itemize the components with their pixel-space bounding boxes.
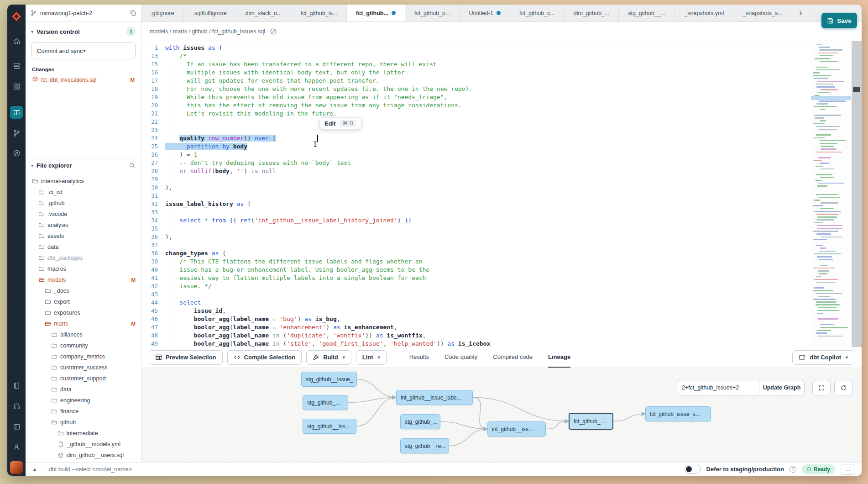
panel-tab-results[interactable]: Results bbox=[409, 347, 429, 368]
file-actions-icon[interactable] bbox=[270, 28, 277, 35]
build-button[interactable]: Build▾ bbox=[306, 350, 351, 365]
ide-icon[interactable] bbox=[10, 106, 23, 119]
lineage-node[interactable]: int_github__issue_labe... bbox=[396, 390, 473, 405]
headset-icon[interactable] bbox=[10, 400, 23, 412]
search-icon[interactable] bbox=[129, 162, 136, 169]
file-tree-item[interactable]: _github__models.yml bbox=[26, 439, 141, 450]
chevron-down-icon[interactable]: ▾ bbox=[31, 163, 33, 168]
warehouse-icon[interactable] bbox=[10, 59, 23, 72]
fullscreen-button[interactable] bbox=[812, 380, 831, 395]
panel-tab-code-quality[interactable]: Code quality bbox=[444, 347, 477, 368]
code-line: 42 issue. */ bbox=[141, 282, 805, 290]
file-tree-item[interactable]: data bbox=[26, 242, 141, 253]
lineage-node-selected[interactable]: fct_github_... bbox=[569, 413, 613, 430]
editor-tab[interactable]: _snapshots_s... bbox=[733, 5, 792, 21]
file-tree-item[interactable]: engineering bbox=[26, 395, 141, 406]
folder-icon bbox=[38, 266, 45, 272]
minimap-line bbox=[816, 301, 837, 303]
commit-and-sync-button[interactable]: Commit and sync ▾ bbox=[31, 42, 136, 59]
file-tree-item[interactable]: modelsM bbox=[26, 274, 141, 285]
file-tree-item[interactable]: export bbox=[26, 296, 141, 307]
file-tree-item[interactable]: intermediate bbox=[26, 428, 141, 439]
more-options-button[interactable]: … bbox=[841, 464, 855, 475]
lint-button[interactable]: Lint▾ bbox=[356, 350, 387, 365]
chevron-down-icon: ▾ bbox=[378, 355, 380, 360]
file-tree-item[interactable]: community bbox=[26, 340, 141, 351]
panel-tab-lineage[interactable]: Lineage bbox=[548, 347, 570, 368]
editor-tab[interactable]: .gitignore bbox=[141, 5, 183, 21]
user-icon[interactable] bbox=[10, 440, 23, 453]
editor-tab[interactable]: fct_github_is... bbox=[291, 5, 347, 21]
file-tree-item[interactable]: .ci_cd bbox=[26, 187, 141, 198]
editor-scrollbar[interactable] bbox=[852, 41, 862, 347]
file-tree-item[interactable]: alliances bbox=[26, 329, 141, 340]
code-editor[interactable]: 1with issues as (13 /*15 If an issue has… bbox=[141, 41, 862, 347]
line-number: 40 bbox=[141, 266, 165, 274]
file-tree-item[interactable]: data bbox=[26, 384, 141, 395]
scrollbar-thumb[interactable] bbox=[853, 87, 860, 92]
lineage-node[interactable]: stg_github__issue_... bbox=[301, 372, 357, 387]
panel-tab-compiled-code[interactable]: Compiled code bbox=[493, 347, 533, 368]
editor-tab[interactable]: .sqlfluffignore bbox=[183, 5, 236, 21]
apps-icon[interactable] bbox=[10, 80, 23, 93]
file-tree-item[interactable]: assets bbox=[26, 231, 141, 242]
refresh-graph-button[interactable] bbox=[834, 380, 852, 395]
update-graph-button[interactable]: Update Graph bbox=[759, 380, 805, 395]
layout-icon[interactable] bbox=[10, 420, 23, 433]
expand-command-chevron[interactable]: ▲ bbox=[32, 466, 37, 473]
editor-tab[interactable]: Untitled-1 bbox=[460, 5, 510, 21]
lineage-node[interactable]: stg_github__re... bbox=[400, 438, 449, 453]
lineage-node[interactable]: int_github__iss... bbox=[487, 421, 546, 437]
minimap-line bbox=[816, 126, 840, 127]
file-tree-item[interactable]: dbt_packages bbox=[26, 253, 141, 263]
help-icon[interactable]: ? bbox=[790, 466, 796, 473]
file-tree-item[interactable]: company_metrics bbox=[26, 351, 141, 362]
file-tree-item[interactable]: github bbox=[26, 417, 141, 428]
unsaved-dot-icon bbox=[497, 11, 501, 15]
notebook-icon[interactable] bbox=[10, 379, 23, 392]
dbt-copilot-button[interactable]: dbt Copilot▾ bbox=[792, 350, 854, 365]
file-tree-item[interactable]: finance bbox=[26, 406, 141, 417]
file-tree-item[interactable]: macros bbox=[26, 263, 141, 274]
file-tree-item[interactable]: .github bbox=[26, 198, 141, 209]
dbt-command-input[interactable]: dbt build --select <model_name> bbox=[49, 466, 679, 473]
lineage-selector-input[interactable] bbox=[677, 380, 759, 395]
editor-tab[interactable]: dim_slack_u... bbox=[236, 5, 292, 21]
lineage-node[interactable]: stg_github__iss... bbox=[303, 419, 356, 434]
editor-tab[interactable]: dim_github_... bbox=[565, 5, 619, 21]
file-tree-item[interactable]: _docs bbox=[26, 285, 141, 296]
lineage-node[interactable]: stg_github_... bbox=[303, 395, 348, 410]
editor-tab[interactable]: _snapshots.yml bbox=[675, 5, 733, 21]
file-tree-item[interactable]: analysis bbox=[26, 220, 141, 231]
lineage-node[interactable]: fct_github_issue_s... bbox=[645, 406, 711, 421]
chevron-down-icon[interactable]: ▾ bbox=[31, 29, 33, 34]
file-tree-item[interactable]: .vscode bbox=[26, 209, 141, 220]
branch-icon[interactable] bbox=[10, 126, 23, 139]
editor-minimap[interactable] bbox=[811, 41, 851, 347]
save-button[interactable]: Save bbox=[821, 13, 857, 28]
preview-selection-button[interactable]: Preview Selection bbox=[149, 350, 223, 365]
editor-tab[interactable]: fct_github... bbox=[347, 5, 405, 21]
changes-count-badge: 1 bbox=[126, 27, 136, 36]
file-tree-item[interactable]: exposures bbox=[26, 307, 141, 318]
editor-tab[interactable]: fct_github_p... bbox=[405, 5, 460, 21]
editor-tab[interactable]: stg_github__... bbox=[619, 5, 675, 21]
avatar[interactable] bbox=[10, 461, 23, 474]
new-tab-button[interactable]: + bbox=[792, 5, 810, 21]
lineage-node[interactable]: stg_github_... bbox=[400, 414, 440, 429]
file-tree-item[interactable]: martsM bbox=[26, 318, 141, 329]
editor-tab[interactable]: fct_github_c... bbox=[510, 5, 565, 21]
file-tree-item[interactable]: customer_support bbox=[26, 373, 141, 384]
compile-selection-button[interactable]: Compile Selection bbox=[227, 350, 302, 365]
file-tree-item[interactable]: internal-analytics bbox=[26, 176, 141, 187]
home-icon[interactable] bbox=[10, 35, 23, 47]
changed-file-row[interactable]: fct_dbt_invocations.sqlM bbox=[26, 74, 141, 85]
defer-toggle[interactable] bbox=[685, 465, 701, 473]
code-line: 48 boolor_agg(label_name in ('duplicate'… bbox=[141, 331, 805, 340]
minimap-line bbox=[821, 168, 834, 170]
compass-icon[interactable] bbox=[10, 147, 23, 159]
copy-icon[interactable] bbox=[130, 10, 136, 16]
file-tree-item[interactable]: dim_github__users.sql bbox=[26, 450, 141, 461]
code-line: 26 ) = 1 bbox=[141, 151, 805, 159]
file-tree-item[interactable]: customer_success bbox=[26, 362, 141, 373]
